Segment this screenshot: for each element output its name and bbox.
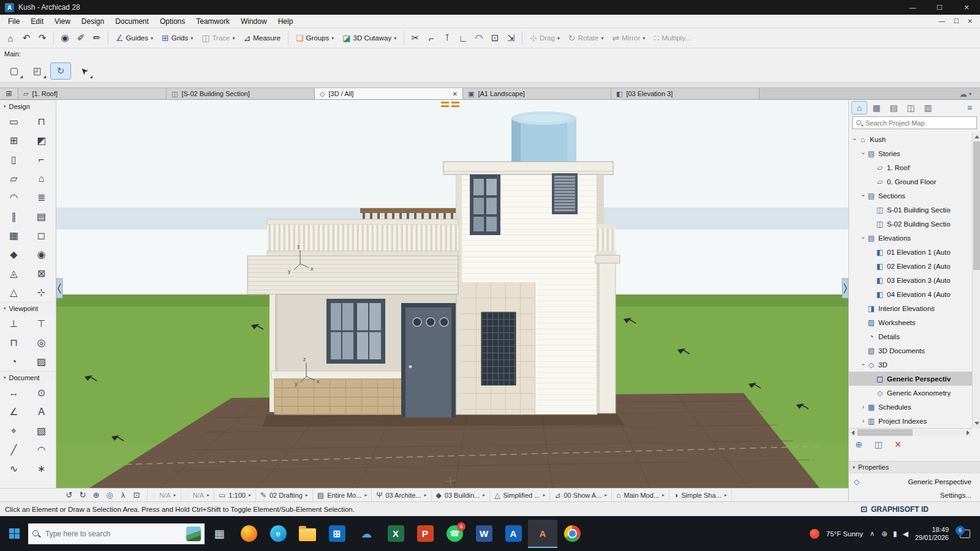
daily-image-icon[interactable] xyxy=(186,527,201,541)
intersect-button[interactable]: ∟ xyxy=(455,30,471,46)
marquee-all-floors-tool[interactable]: ◰◢ xyxy=(27,62,48,80)
section-tool[interactable]: ⊥ xyxy=(0,314,28,333)
hidden-icons-button[interactable]: ∧ xyxy=(870,530,875,538)
curtain-wall-tool[interactable]: ▤ xyxy=(28,207,55,226)
menu-file[interactable]: File xyxy=(2,17,25,26)
tree-item-02-elevation-2-auto[interactable]: ◧02 Elevation 2 (Auto xyxy=(849,259,972,273)
doc-minimize-button[interactable]: — xyxy=(939,18,945,24)
doc-close-button[interactable]: ✕ xyxy=(968,18,973,24)
marquee-tool[interactable]: ▢◢ xyxy=(4,62,24,80)
multiply-button[interactable]: ∷Multiply... xyxy=(649,30,695,46)
viewpoint-settings-button[interactable]: ◫ xyxy=(872,438,884,451)
cloud-button[interactable]: ☁ ▾ xyxy=(951,88,980,99)
tree-item-generic-axonometry[interactable]: ◇Generic Axonometry xyxy=(849,386,972,400)
shadow-settings[interactable]: ◑Simple Sha...▸ xyxy=(669,489,732,501)
menu-teamwork[interactable]: Teamwork xyxy=(190,17,235,26)
menu-design[interactable]: Design xyxy=(76,17,110,26)
camera-tool[interactable]: ◎ xyxy=(28,333,55,352)
scroll-right-icon[interactable] xyxy=(967,430,970,435)
interior-elevation-tool[interactable]: ⊓ xyxy=(0,333,28,352)
zoom-forward-button[interactable]: ↻ xyxy=(76,489,89,501)
tree-item-1-roof[interactable]: ▱1. Roof xyxy=(849,160,972,174)
tree-horizontal-scrollbar[interactable] xyxy=(849,428,972,436)
close-tab-icon[interactable]: ✕ xyxy=(453,91,458,97)
close-button[interactable]: ✕ xyxy=(953,0,980,15)
search-input[interactable] xyxy=(863,119,976,127)
tree-item-3d-documents[interactable]: ▧3D Documents xyxy=(849,343,972,358)
doc-restore-button[interactable]: ☐ xyxy=(954,18,959,24)
taskbar-search-input[interactable] xyxy=(44,529,183,539)
3d-viewport[interactable]: z y x z y x xyxy=(56,100,848,488)
publisher-button[interactable]: ◫ xyxy=(903,101,919,114)
mirror-button[interactable]: ⇌Mirror▾ xyxy=(608,30,649,46)
toolbox-section-document[interactable]: ▾Document xyxy=(0,371,56,383)
line-tool[interactable]: ╱ xyxy=(0,440,28,459)
menu-document[interactable]: Document xyxy=(110,17,154,26)
stair-tool[interactable]: ≣ xyxy=(28,188,55,207)
canvas[interactable]: z y x z y x xyxy=(56,100,848,488)
explore-button[interactable]: λ xyxy=(116,489,130,501)
morph-tool[interactable]: ◬ xyxy=(0,264,28,283)
tree-item-schedules[interactable]: ›▦Schedules xyxy=(849,400,972,414)
orbit-button[interactable]: ◎ xyxy=(103,489,116,501)
antivirus-icon[interactable] xyxy=(810,529,820,539)
whatsapp-button[interactable]: ☎6 xyxy=(440,520,469,548)
navigator-search[interactable] xyxy=(852,116,977,129)
tree-item-kush[interactable]: ›⌂Kush xyxy=(849,132,972,146)
quad-view-button[interactable]: ⊞ xyxy=(0,88,18,99)
fill-tool[interactable]: ▧ xyxy=(28,421,55,440)
pan-handle-right[interactable] xyxy=(842,279,848,298)
file-explorer-button[interactable] xyxy=(293,520,322,548)
inject-parameters-button[interactable]: ✏ xyxy=(89,30,105,46)
tree-item-project-indexes[interactable]: ›▥Project Indexes xyxy=(849,414,972,428)
railing-tool[interactable]: ∥ xyxy=(0,207,28,226)
browser-button[interactable] xyxy=(234,520,263,548)
tree-item-01-elevation-1-auto[interactable]: ◧01 Elevation 1 (Auto xyxy=(849,245,972,259)
app-a-button[interactable]: A xyxy=(499,520,528,548)
home-button[interactable]: ⌂ xyxy=(2,30,18,46)
scroll-up-icon[interactable] xyxy=(974,135,979,138)
tree-item-stories[interactable]: ›▤Stories xyxy=(849,146,972,160)
notification-button[interactable]: 6 xyxy=(956,526,974,542)
volume-icon[interactable]: ◀ xyxy=(903,530,908,538)
onedrive-button[interactable]: ☁ xyxy=(352,520,381,548)
detail-tool[interactable]: ◔ xyxy=(0,352,28,371)
beam-tool[interactable]: ⌐ xyxy=(28,150,55,169)
tree-item-03-elevation-3-auto[interactable]: ◧03 Elevation 3 (Auto xyxy=(849,273,972,287)
zoom-back-button[interactable]: ↺ xyxy=(62,489,76,501)
tree-item-s-02-building-sectio[interactable]: ◫S-02 Building Sectio xyxy=(849,217,972,231)
mesh-tool[interactable]: ▦ xyxy=(0,226,28,245)
properties-header[interactable]: ▾ Properties xyxy=(849,461,980,473)
composite-filter[interactable]: ◆03 Buildin...▸ xyxy=(432,489,491,501)
pick-up-parameters-button[interactable]: ✐ xyxy=(73,30,89,46)
word-button[interactable]: W xyxy=(469,520,499,548)
menu-help[interactable]: Help xyxy=(273,17,299,26)
door-tool[interactable]: ⊓ xyxy=(28,112,55,131)
graphic-override[interactable]: ◌N/A▸ xyxy=(181,489,215,501)
fit-in-window-button[interactable]: ⊡ xyxy=(130,489,143,501)
arrow-tool[interactable]: ➤◢ xyxy=(74,62,94,80)
toolbox-section-viewpoint[interactable]: ▾Viewpoint xyxy=(0,302,56,314)
rotate-button[interactable]: ↻Rotate▾ xyxy=(564,30,608,46)
organizer-button[interactable]: ▥ xyxy=(920,101,936,114)
network-icon[interactable]: ⊕ xyxy=(881,530,888,538)
tab-3d-all[interactable]: ◇[3D / All]✕ xyxy=(315,88,463,99)
shell-tool[interactable]: ◠ xyxy=(0,188,28,207)
powerpoint-button[interactable]: P xyxy=(410,520,440,548)
zoom-select-button[interactable]: ◉ xyxy=(57,30,73,46)
trim-button[interactable]: ⊺ xyxy=(439,30,455,46)
renovation-filter[interactable]: ◌N/A▸ xyxy=(148,489,181,501)
tab-a1-landscape[interactable]: ▣[A1 Landscape] xyxy=(463,88,611,99)
layer-combination[interactable]: ✎02 Drafting▸ xyxy=(256,489,313,501)
tree-item-04-elevation-4-auto[interactable]: ◧04 Elevation 4 (Auto xyxy=(849,287,972,301)
archicad-button[interactable]: A xyxy=(528,520,557,548)
excel-button[interactable]: X xyxy=(381,520,410,548)
cutaway-button[interactable]: ◪3D Cutaway▾ xyxy=(338,30,401,46)
pan-handle-left[interactable] xyxy=(56,279,62,298)
add-viewpoint-button[interactable]: ⊕ xyxy=(853,438,865,451)
navigator-menu-button[interactable]: ≡ xyxy=(962,101,978,114)
graphisoft-id[interactable]: ⊡ GRAPHISOFT ID xyxy=(861,504,975,514)
stretch-button[interactable]: ⇲ xyxy=(503,30,519,46)
taskbar-search[interactable] xyxy=(28,523,205,544)
elevation-tool[interactable]: ⊤ xyxy=(28,314,55,333)
